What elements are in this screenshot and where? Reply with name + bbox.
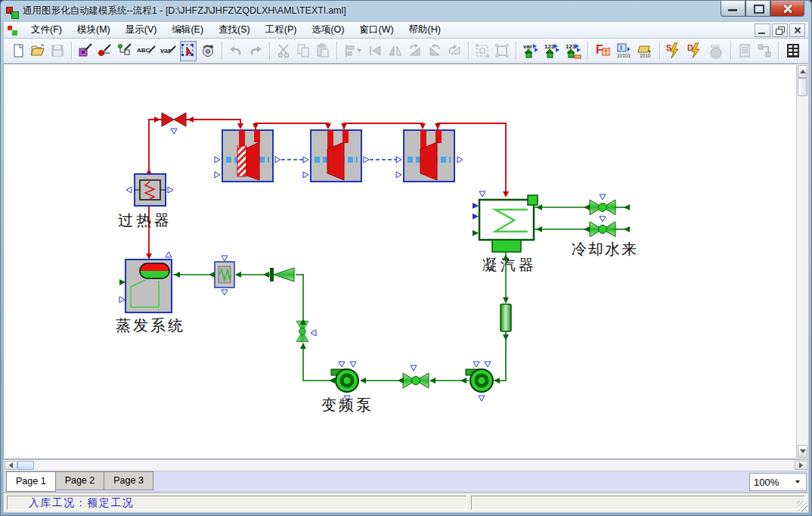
mdi-minimize-button[interactable] [755,23,770,37]
app-window: 通用图形化自动建模系统--流程1 - [D:\JHFZJ\JHFZ\ZQDLXH… [0,0,812,516]
static-calc-button[interactable]: S [665,41,683,61]
menu-help[interactable]: 帮助(H) [401,21,448,39]
cut-button [275,41,292,61]
data-export-button[interactable]: !10101 [615,41,633,61]
evaporator-block[interactable] [119,252,172,312]
menu-project[interactable]: 工程(P) [258,21,305,39]
maximize-button[interactable] [745,1,770,17]
gland-heater-block[interactable] [215,256,234,295]
scroll-right-button[interactable] [795,461,807,470]
tab-page-1[interactable]: Page 1 [6,471,56,492]
rotate-left-button [426,41,443,61]
menu-options[interactable]: 选项(O) [304,21,352,39]
riser-valve[interactable] [296,321,316,341]
add-connection-tool[interactable] [116,41,133,61]
new-file-button[interactable] [10,41,26,61]
dynamic-calc-button[interactable]: D [686,41,704,61]
vertical-scroll-thumb[interactable] [798,78,807,96]
feedwater-valve[interactable] [403,365,429,388]
menu-edit[interactable]: 编辑(E) [164,21,211,39]
status-operating-condition: 入库工况：额定工况 [7,496,466,510]
scroll-up-button[interactable] [798,65,807,78]
rotate-right-button [407,41,423,61]
add-text-tool[interactable]: ABC [136,41,157,61]
undo-button [228,41,244,61]
status-secondary-panel [471,496,805,510]
cooling-valve-2[interactable] [590,222,615,237]
copy-button [295,41,311,61]
document-icon [7,24,19,36]
redo-button [247,41,264,61]
svg-text:!: ! [620,44,622,51]
rotate-180-button [446,41,463,61]
mdi-restore-button[interactable] [772,23,788,37]
window-title: 通用图形化自动建模系统--流程1 - [D:\JHFZJ\JHFZ\ZQDLXH… [23,5,346,17]
horizontal-scrollbar[interactable] [3,459,809,471]
variable-frequency-pump[interactable] [331,362,358,401]
select-tool[interactable] [180,41,197,61]
add-point-tool[interactable] [97,41,113,61]
minimize-button[interactable] [721,1,745,17]
title-bar[interactable]: 通用图形化自动建模系统--流程1 - [D:\JHFZJ\JHFZ\ZQDLXH… [0,0,812,21]
menu-window[interactable]: 窗口(W) [352,21,401,39]
tab-page-3[interactable]: Page 3 [104,471,153,490]
toolbar: ABC var [3,39,809,64]
align-button [342,41,364,61]
flowsheet-canvas[interactable]: 过热器 [3,64,796,459]
turbine-lp-block[interactable] [396,130,463,182]
menu-search[interactable]: 查找(S) [211,21,258,39]
font-tool-button[interactable]: F [594,41,612,61]
num-library-alt-button[interactable]: 123 [564,41,582,61]
resize-grip[interactable] [797,501,807,511]
vertical-scrollbar[interactable] [796,64,809,459]
evaporator-label[interactable]: 蒸发系统 [116,317,185,334]
menu-bar: 文件(F) 模块(M) 显示(V) 编辑(E) 查找(S) 工程(P) 选项(O… [3,21,809,39]
close-button[interactable] [770,1,804,17]
svg-text:1010: 1010 [640,53,651,58]
align-dropdown-arrow [357,49,361,52]
condensate-pump[interactable] [466,362,493,401]
steam-valve[interactable] [154,113,194,134]
scroll-left-button[interactable] [5,461,17,470]
var-library-button[interactable]: var [522,41,540,61]
cooling-water-label[interactable]: 冷却水来 [572,241,638,257]
condenser-label[interactable]: 凝汽器 [482,256,537,273]
vf-pump-label[interactable]: 变频泵 [321,396,373,413]
add-variable-tool[interactable]: var [160,41,178,61]
menu-view[interactable]: 显示(V) [118,21,165,39]
mirror-horizontal-button [387,41,404,61]
add-module-tool[interactable] [77,41,94,61]
zoom-select[interactable]: 100% [749,473,807,491]
horizontal-scroll-thumb[interactable] [17,461,34,470]
group-button [474,41,491,61]
water-arrows [174,272,500,384]
mdi-close-button[interactable] [789,23,805,37]
paste-button [315,41,331,61]
superheater-label[interactable]: 过热器 [118,212,172,228]
pan-tool[interactable] [200,41,216,61]
film-list-button[interactable] [784,41,802,61]
svg-text:10101: 10101 [617,53,631,58]
app-icon [6,5,18,17]
check-valve[interactable] [270,268,294,281]
menu-file[interactable]: 文件(F) [23,21,70,39]
scroll-down-button[interactable] [798,445,807,458]
run-exe-button: EXE [707,41,725,61]
turbine-ip-block[interactable] [303,130,369,182]
num-library-button[interactable]: 123 [543,41,561,61]
flip-left-button [367,41,384,61]
svg-text:var: var [523,43,532,50]
superheater-block[interactable] [126,174,173,206]
open-file-button[interactable] [29,41,46,61]
save-button [49,41,66,61]
cooling-valve-1[interactable] [590,200,615,215]
zoom-value: 100% [754,477,779,488]
menu-module[interactable]: 模块(M) [70,21,118,39]
report-button [736,41,753,61]
turbine-hp-block[interactable] [215,130,280,182]
topology-button [756,41,773,61]
condenser-block[interactable] [473,191,538,260]
tab-page-2[interactable]: Page 2 [56,471,105,490]
status-bar: 入库工况：额定工况 [3,493,809,513]
data-folder-button[interactable]: 1010 [636,41,654,61]
